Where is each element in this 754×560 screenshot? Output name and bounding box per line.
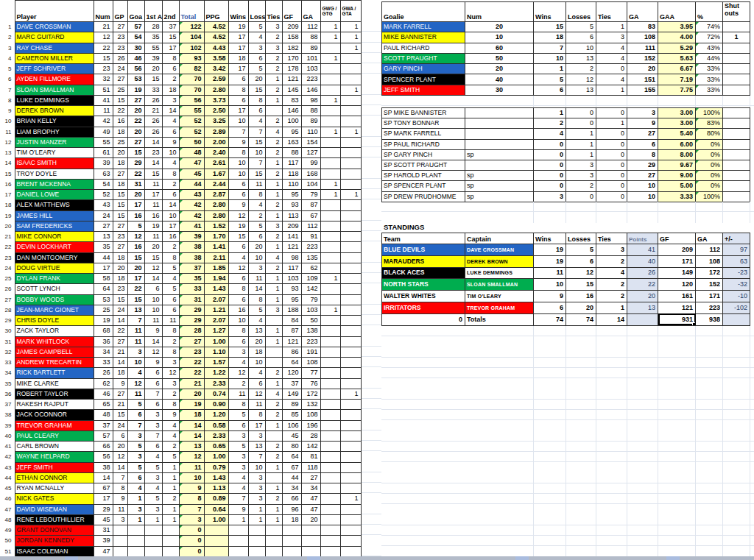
goalie-wins-cell[interactable]: 6 [534, 85, 566, 95]
player-ga-cell[interactable]: 196 [301, 420, 320, 430]
player-gwa-gta-cell[interactable] [340, 504, 361, 514]
player-gwa-gta-cell[interactable] [340, 294, 361, 305]
player-gf-cell[interactable]: 66 [282, 494, 301, 504]
player-num-cell[interactable]: 14 [94, 472, 113, 483]
player-1st-assist-cell[interactable] [144, 546, 162, 556]
player-gwa-gta-cell[interactable] [340, 148, 361, 158]
player-goals-cell[interactable]: 4 [127, 483, 144, 494]
player-goals-cell[interactable]: 4 [127, 368, 144, 378]
player-losses-cell[interactable]: 20 [248, 336, 265, 347]
player-ties-cell[interactable]: 1 [265, 274, 282, 284]
player-goals-cell[interactable]: 22 [127, 284, 144, 294]
team-ga-cell[interactable]: 223 [696, 302, 723, 313]
rank-cell[interactable]: 46 [0, 494, 15, 504]
player-wins-cell[interactable] [228, 546, 248, 556]
rank-cell[interactable]: 42 [0, 452, 15, 462]
goalie-ga-cell[interactable]: 108 [627, 32, 658, 43]
gf-header-cell[interactable]: GF [282, 1, 301, 22]
player-wins-cell[interactable]: 8 [228, 400, 248, 410]
player-gwg-gtg-cell[interactable] [320, 430, 340, 441]
player-gf-cell[interactable]: 170 [282, 53, 301, 63]
player-gp-cell[interactable]: 22 [113, 326, 127, 336]
player-1st-assist-cell[interactable]: 14 [144, 336, 162, 347]
player-goals-cell[interactable]: 1 [127, 514, 144, 525]
player-num-cell[interactable]: 41 [94, 95, 113, 105]
player-gf-cell[interactable]: 106 [282, 420, 301, 430]
player-wins-cell[interactable]: 4 [228, 483, 248, 494]
goalie-losses-cell[interactable]: 6 [566, 32, 596, 43]
player-num-cell[interactable]: 32 [94, 74, 113, 85]
player-ppg-cell[interactable]: 4.52 [204, 22, 228, 32]
player-total-cell[interactable]: 38 [179, 242, 204, 252]
player-2nd-assist-cell[interactable]: 8 [162, 347, 179, 357]
player-gf-cell[interactable]: 209 [282, 22, 301, 32]
rank-cell[interactable]: 33 [0, 358, 15, 368]
player-name-cell[interactable]: CARL BROWN [15, 442, 94, 452]
goalie-save-pct-cell[interactable]: 44% [696, 53, 723, 63]
player-ga-cell[interactable]: 79 [301, 190, 320, 200]
player-wins-cell[interactable]: 4 [228, 472, 248, 483]
goalie-ga-cell[interactable]: 9 [627, 118, 658, 129]
goalie-wins-cell[interactable]: 5 [534, 74, 566, 85]
player-total-cell[interactable]: 38 [179, 252, 204, 263]
player-1st-assist-cell[interactable]: 3 [144, 410, 162, 420]
goalie-save-pct-cell[interactable]: 33% [696, 64, 723, 74]
player-losses-cell[interactable]: 4 [248, 316, 265, 326]
player-goals-cell[interactable]: 20 [127, 263, 144, 273]
player-goals-cell[interactable]: 1 [127, 494, 144, 504]
player-gwa-gta-cell[interactable]: 1 [340, 494, 361, 504]
player-wins-cell[interactable]: 12 [228, 210, 248, 221]
player-gf-cell[interactable]: 67 [282, 462, 301, 472]
player-gwa-gta-cell[interactable] [340, 347, 361, 357]
player-header-cell[interactable]: Player [15, 1, 94, 22]
player-gwa-gta-cell[interactable] [340, 74, 361, 85]
totals-wins-cell[interactable]: 74 [534, 313, 566, 325]
player-ppg-cell[interactable]: 1.52 [204, 221, 228, 231]
player-losses-cell[interactable]: 12 [248, 389, 265, 399]
player-gwg-gtg-cell[interactable] [320, 137, 340, 147]
player-ga-cell[interactable]: 108 [301, 410, 320, 420]
player-goals-cell[interactable]: 5 [127, 462, 144, 472]
player-1st-assist-cell[interactable]: 12 [144, 263, 162, 273]
player-gf-cell[interactable]: 121 [282, 336, 301, 347]
player-gwg-gtg-cell[interactable] [320, 462, 340, 472]
player-ppg-cell[interactable]: 2.07 [204, 316, 228, 326]
goalie-wins-cell[interactable]: 4 [534, 129, 566, 139]
player-gf-cell[interactable]: 117 [282, 263, 301, 273]
team-wins-cell[interactable]: 19 [534, 244, 566, 256]
player-losses-cell[interactable]: 18 [248, 347, 265, 357]
player-name-cell[interactable]: JACK OCONNOR [15, 410, 94, 420]
player-ties-cell[interactable]: 1 [265, 462, 282, 472]
total-header-cell[interactable]: Total [179, 1, 204, 22]
goalie-gaa-cell[interactable]: 6.00 [658, 139, 696, 149]
player-num-cell[interactable]: 31 [94, 525, 113, 536]
player-gwg-gtg-cell[interactable] [320, 358, 340, 368]
player-ga-cell[interactable]: 132 [301, 400, 320, 410]
player-gwa-gta-cell[interactable]: 1 [340, 389, 361, 399]
player-1st-assist-cell[interactable]: 23 [144, 148, 162, 158]
player-ppg-cell[interactable] [204, 536, 228, 546]
player-ppg-cell[interactable] [204, 525, 228, 536]
player-losses-cell[interactable]: 3 [248, 483, 265, 494]
player-2nd-assist-cell[interactable]: 2 [162, 336, 179, 347]
team-wins-cell[interactable]: 6 [534, 302, 566, 313]
player-num-cell[interactable]: 26 [94, 368, 113, 378]
player-gp-cell[interactable]: 27 [113, 221, 127, 231]
player-wins-cell[interactable]: 4 [228, 252, 248, 263]
player-goals-cell[interactable]: 31 [127, 179, 144, 189]
sp-goalie-num-cell[interactable]: sp [465, 149, 534, 160]
player-losses-cell[interactable]: 7 [248, 452, 265, 462]
goalie-shutouts-cell[interactable] [723, 139, 750, 149]
player-gwg-gtg-cell[interactable] [320, 378, 340, 389]
player-ppg-cell[interactable]: 3.58 [204, 53, 228, 63]
player-name-cell[interactable]: MIKE CONNOR [15, 232, 94, 242]
rank-cell[interactable]: 48 [0, 514, 15, 525]
player-total-cell[interactable]: 41 [179, 221, 204, 231]
goalie-losses-cell[interactable]: 0 [566, 191, 596, 202]
team-ga-cell[interactable]: 172 [696, 267, 723, 279]
sp-goalie-num-cell[interactable] [465, 118, 534, 129]
goalie-gaa-cell[interactable]: 8.00 [658, 149, 696, 160]
player-ties-cell[interactable]: 1 [265, 294, 282, 305]
player-name-cell[interactable]: ANDREW TRECARTIN [15, 358, 94, 368]
goalie-ga-cell[interactable]: 10 [627, 181, 658, 191]
